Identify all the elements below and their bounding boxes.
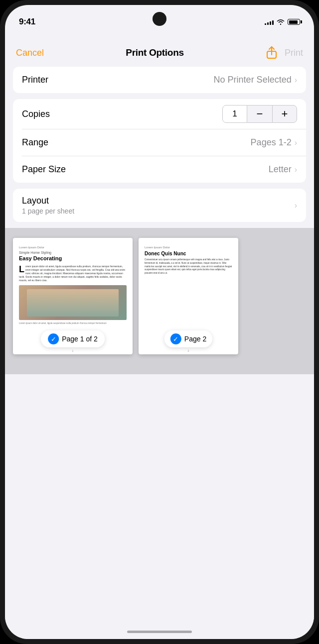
- screen: 9:41: [5, 5, 314, 639]
- layout-section[interactable]: Layout 1 page per sheet ›: [13, 189, 306, 222]
- page1-image: [19, 285, 127, 320]
- share-button[interactable]: [266, 46, 278, 60]
- page1-badge-text: Page 1 of 2: [62, 335, 98, 343]
- paper-size-label: Paper Size: [22, 164, 66, 175]
- panel-title: Print Options: [126, 47, 183, 58]
- page1-header: Lorem Ipsum Dolor: [19, 246, 127, 249]
- print-button[interactable]: Print: [285, 48, 303, 58]
- page2-badge: ✓ Page 2: [164, 330, 212, 347]
- cancel-button[interactable]: Cancel: [16, 48, 44, 58]
- status-icons: [265, 19, 300, 25]
- range-label: Range: [22, 137, 48, 148]
- preview-area: Lorem Ipsum Dolor Simple Home Styling Ea…: [5, 228, 314, 374]
- page2-badge-text: Page 2: [184, 335, 206, 343]
- paper-size-value-text: Letter: [269, 164, 292, 175]
- print-panel: Cancel Print Options Print: [5, 37, 314, 384]
- layout-sublabel: 1 page per sheet: [22, 207, 74, 215]
- share-icon: [266, 46, 278, 60]
- preview-page-2[interactable]: Lorem Ipsum Dolor Donec Quis Nunc Consec…: [139, 238, 238, 354]
- layout-text: Layout 1 page per sheet: [22, 196, 74, 215]
- page2-check-icon: ✓: [170, 333, 181, 344]
- paper-size-chevron: ›: [295, 165, 297, 174]
- camera-notch: [153, 12, 166, 26]
- copies-control: 1 − +: [222, 105, 297, 123]
- preview-page-1[interactable]: Lorem Ipsum Dolor Simple Home Styling Ea…: [13, 238, 133, 354]
- status-time: 9:41: [19, 17, 35, 27]
- paper-size-row[interactable]: Paper Size Letter ›: [13, 156, 306, 183]
- main-content: Cancel Print Options Print: [5, 32, 314, 639]
- header-right-actions: Print: [266, 46, 303, 60]
- range-row[interactable]: Range Pages 1-2 ›: [13, 129, 306, 156]
- page2-number: 2: [188, 349, 189, 352]
- page1-subtitle: Simple Home Styling: [19, 251, 127, 254]
- home-indicator: [127, 631, 192, 633]
- page1-caption: Lorem ipsum dolor sit amet, ligula suspe…: [19, 322, 127, 324]
- copies-row: Copies 1 − +: [13, 99, 306, 129]
- battery-icon: [288, 19, 300, 25]
- copies-minus-button[interactable]: −: [247, 105, 272, 123]
- wifi-icon: [277, 19, 285, 25]
- range-value: Pages 1-2 ›: [251, 137, 297, 148]
- paper-size-value: Letter ›: [269, 164, 297, 175]
- printer-value: No Printer Selected ›: [214, 75, 297, 85]
- range-value-text: Pages 1-2: [251, 137, 292, 148]
- copies-plus-button[interactable]: +: [272, 105, 297, 123]
- page1-number: 1: [72, 349, 74, 352]
- page2-title: Donec Quis Nunc: [145, 251, 232, 256]
- phone-frame: 9:41: [0, 0, 319, 644]
- page1-title: Easy Decorating: [19, 255, 127, 262]
- printer-section: Printer No Printer Selected ›: [13, 67, 306, 93]
- copies-value: 1: [222, 105, 247, 123]
- options-section: Copies 1 − + Range Pages 1-2 ›: [13, 99, 306, 183]
- signal-icon: [265, 19, 274, 25]
- page1-badge: ✓ Page 1 of 2: [41, 330, 105, 347]
- panel-header: Cancel Print Options Print: [5, 37, 314, 67]
- page1-check-icon: ✓: [48, 333, 59, 344]
- printer-label: Printer: [22, 75, 48, 85]
- printer-value-text: No Printer Selected: [214, 75, 292, 85]
- page1-body: Lorem ipsum dolor sit amet, ligula suspe…: [19, 265, 127, 282]
- layout-chevron: ›: [295, 201, 297, 210]
- layout-title: Layout: [22, 196, 74, 206]
- printer-chevron: ›: [295, 76, 297, 85]
- printer-row[interactable]: Printer No Printer Selected ›: [13, 67, 306, 93]
- range-chevron: ›: [295, 138, 297, 147]
- copies-label: Copies: [22, 109, 50, 119]
- page2-header: Lorem Ipsum Dolor: [145, 246, 232, 249]
- page2-body: Consectetuer arcu ipsum ornare pellentes…: [145, 258, 232, 275]
